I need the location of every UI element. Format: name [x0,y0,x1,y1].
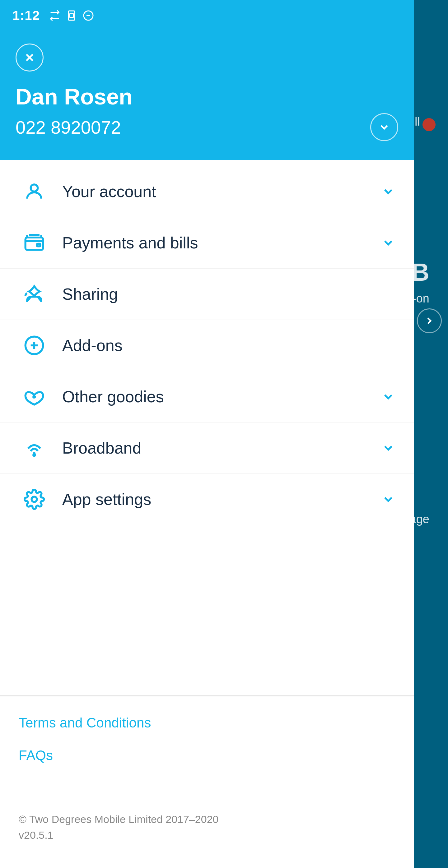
person-icon [19,181,50,202]
broadband-label: Broadband [62,439,381,457]
data-transfer-icon [49,10,60,21]
status-icons [49,10,94,21]
terms-and-conditions-link[interactable]: Terms and Conditions [19,715,395,731]
broadband-chevron [381,441,395,455]
menu-list: Your account Payments and bills [0,160,414,695]
sharing-icon [19,283,50,305]
right-arrow-button[interactable] [417,308,442,333]
copyright-text: © Two Degrees Mobile Limited 2017–2020 [19,811,395,827]
wallet-icon [19,232,50,253]
faqs-link[interactable]: FAQs [19,748,395,763]
menu-item-add-ons[interactable]: Add-ons [0,320,414,371]
svg-point-8 [31,184,38,191]
sharing-label: Sharing [62,285,395,303]
other-goodies-chevron [381,390,395,404]
menu-item-app-settings[interactable]: App settings [0,474,414,525]
status-time: 1:12 [12,8,40,23]
version-text: v20.5.1 [19,827,395,843]
svg-rect-3 [70,14,73,18]
footer-links: Terms and Conditions FAQs [0,696,414,793]
svg-point-14 [33,454,35,456]
sim-icon [66,10,77,21]
drawer-panel: 1:12 Dan Rosen 022 89200 [0,0,414,868]
menu-item-payments-and-bills[interactable]: Payments and bills [0,217,414,269]
user-name: Dan Rosen [16,84,398,110]
close-button[interactable] [16,43,43,71]
your-account-label: Your account [62,182,381,201]
payments-chevron [381,236,395,250]
menu-item-broadband[interactable]: Broadband [0,423,414,474]
other-goodies-label: Other goodies [62,388,381,406]
account-chevron-button[interactable] [370,113,398,141]
no-signal-icon [83,10,94,21]
notification-dot [422,118,436,131]
user-phone: 022 8920072 [16,117,121,138]
svg-point-15 [32,497,37,502]
add-circle-icon [19,335,50,356]
add-ons-label: Add-ons [62,336,395,355]
svg-rect-10 [37,244,40,247]
copyright-section: © Two Degrees Mobile Limited 2017–2020 v… [0,793,414,868]
your-account-chevron [381,185,395,198]
crown-icon [19,386,50,407]
menu-item-your-account[interactable]: Your account [0,166,414,217]
broadband-icon [19,437,50,459]
settings-icon [19,489,50,510]
payments-and-bills-label: Payments and bills [62,234,381,252]
status-bar: 1:12 [0,0,414,31]
app-settings-chevron [381,492,395,506]
app-settings-label: App settings [62,490,381,508]
drawer-header: Dan Rosen 022 8920072 [0,31,414,160]
menu-item-other-goodies[interactable]: Other goodies [0,371,414,423]
menu-item-sharing[interactable]: Sharing [0,269,414,320]
